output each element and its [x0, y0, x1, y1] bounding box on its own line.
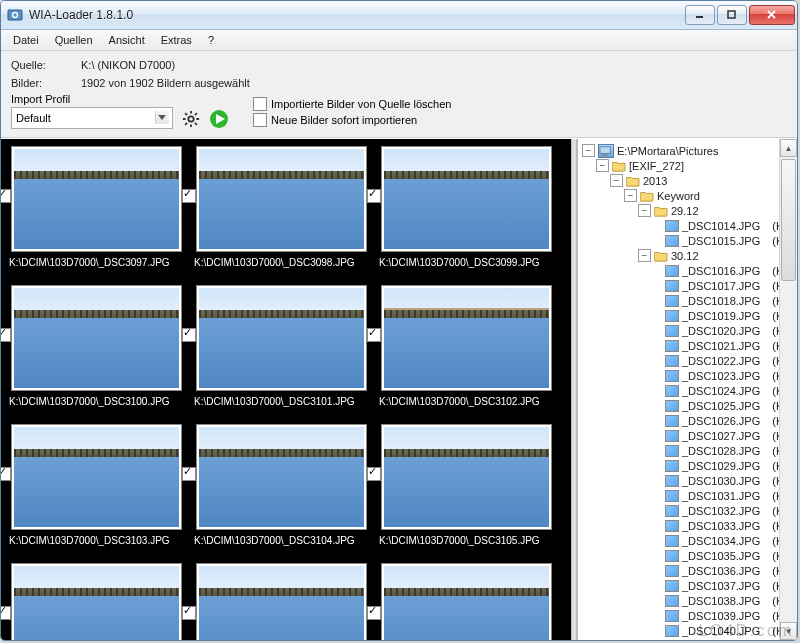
tree-file[interactable]: _DSC1015.JPG(K:: [582, 233, 797, 248]
thumbnail[interactable]: K:\DCIM\103D7000\_DSC3098.JPG: [194, 147, 369, 268]
tree-folder[interactable]: −29.12: [582, 203, 797, 218]
scroll-down-button[interactable]: ▼: [780, 622, 797, 640]
tree-file[interactable]: _DSC1020.JPG(K:: [582, 323, 797, 338]
tree-file[interactable]: _DSC1019.JPG(K:: [582, 308, 797, 323]
tree-label: _DSC1034.JPG: [682, 535, 760, 547]
thumb-checkbox[interactable]: [367, 189, 381, 203]
tree-label: _DSC1038.JPG: [682, 595, 760, 607]
thumb-checkbox[interactable]: [367, 328, 381, 342]
tree-scrollbar[interactable]: ▲ ▼: [779, 139, 797, 640]
tree-folder[interactable]: −Keyword: [582, 188, 797, 203]
svg-point-7: [188, 116, 193, 121]
thumbnail[interactable]: K:\DCIM\103D7000\_DSC3097.JPG: [9, 147, 184, 268]
tree-file[interactable]: _DSC1040.JPG(K:: [582, 623, 797, 638]
tree-file[interactable]: _DSC1026.JPG(K:: [582, 413, 797, 428]
tree-file[interactable]: _DSC1028.JPG(K:: [582, 443, 797, 458]
checkbox-import-now[interactable]: [253, 113, 267, 127]
profile-label: Import Profil: [11, 93, 173, 105]
tree-file[interactable]: _DSC1025.JPG(K:: [582, 398, 797, 413]
tree-panel: −E:\PMortara\Pictures−[EXIF_272]−2013−Ke…: [577, 139, 797, 640]
tree-file[interactable]: _DSC1018.JPG(K:: [582, 293, 797, 308]
tree-folder[interactable]: −[EXIF_272]: [582, 158, 797, 173]
thumb-checkbox[interactable]: [182, 328, 196, 342]
tree-label: _DSC1030.JPG: [682, 475, 760, 487]
collapse-icon[interactable]: −: [624, 189, 637, 202]
collapse-icon[interactable]: −: [610, 174, 623, 187]
tree-label: _DSC1024.JPG: [682, 385, 760, 397]
settings-button[interactable]: [181, 109, 201, 129]
tree-file[interactable]: _DSC1029.JPG(K:: [582, 458, 797, 473]
svg-point-2: [13, 13, 17, 17]
tree-file[interactable]: _DSC1036.JPG(K:: [582, 563, 797, 578]
tree-root[interactable]: −E:\PMortara\Pictures: [582, 143, 797, 158]
tree-file[interactable]: _DSC1024.JPG(K:: [582, 383, 797, 398]
thumbnail-panel[interactable]: K:\DCIM\103D7000\_DSC3097.JPGK:\DCIM\103…: [1, 139, 571, 640]
thumb-checkbox[interactable]: [1, 328, 11, 342]
tree-file[interactable]: _DSC1034.JPG(K:: [582, 533, 797, 548]
tree-folder[interactable]: −2013: [582, 173, 797, 188]
toolbar: Quelle: K:\ (NIKON D7000) Bilder: 1902 v…: [1, 51, 797, 138]
thumbnail[interactable]: K:\DCIM\103D7000\_DSC3105.JPG: [379, 425, 554, 546]
tree-file[interactable]: _DSC1016.JPG(K:: [582, 263, 797, 278]
scroll-thumb[interactable]: [781, 159, 796, 281]
tree-file[interactable]: _DSC1017.JPG(K:: [582, 278, 797, 293]
thumb-checkbox[interactable]: [367, 606, 381, 620]
thumbnail[interactable]: [194, 564, 369, 640]
source-value: K:\ (NIKON D7000): [81, 59, 175, 71]
collapse-icon[interactable]: −: [596, 159, 609, 172]
tree-file[interactable]: _DSC1021.JPG(K:: [582, 338, 797, 353]
thumbnail[interactable]: K:\DCIM\103D7000\_DSC3102.JPG: [379, 286, 554, 407]
thumb-checkbox[interactable]: [1, 606, 11, 620]
thumbnail[interactable]: [9, 564, 184, 640]
thumb-checkbox[interactable]: [1, 189, 11, 203]
thumbnail[interactable]: K:\DCIM\103D7000\_DSC3100.JPG: [9, 286, 184, 407]
tree-file[interactable]: _DSC1031.JPG(K:: [582, 488, 797, 503]
tree-file[interactable]: _DSC1032.JPG(K:: [582, 503, 797, 518]
tree-file[interactable]: _DSC1030.JPG(K:: [582, 473, 797, 488]
thumb-checkbox[interactable]: [1, 467, 11, 481]
tree-file[interactable]: _DSC1039.JPG(K:: [582, 608, 797, 623]
collapse-icon[interactable]: −: [638, 204, 651, 217]
maximize-button[interactable]: [717, 5, 747, 25]
tree-file[interactable]: _DSC1014.JPG(K:: [582, 218, 797, 233]
thumbnail[interactable]: K:\DCIM\103D7000\_DSC3101.JPG: [194, 286, 369, 407]
profile-combo[interactable]: Default: [11, 107, 173, 129]
tree-label: _DSC1014.JPG: [682, 220, 760, 232]
svg-rect-4: [728, 11, 735, 18]
menu-extras[interactable]: Extras: [153, 32, 200, 48]
close-button[interactable]: [749, 5, 795, 25]
tree-label: _DSC1019.JPG: [682, 310, 760, 322]
minimize-button[interactable]: [685, 5, 715, 25]
menu-file[interactable]: Datei: [5, 32, 47, 48]
source-label: Quelle:: [11, 59, 81, 71]
tree-label: 29.12: [671, 205, 699, 217]
menu-sources[interactable]: Quellen: [47, 32, 101, 48]
tree-file[interactable]: _DSC1037.JPG(K:: [582, 578, 797, 593]
thumb-checkbox[interactable]: [182, 189, 196, 203]
menu-help[interactable]: ?: [200, 32, 222, 48]
run-button[interactable]: [209, 109, 229, 129]
thumbnail[interactable]: K:\DCIM\103D7000\_DSC3104.JPG: [194, 425, 369, 546]
thumb-checkbox[interactable]: [182, 467, 196, 481]
checkbox-delete-source[interactable]: [253, 97, 267, 111]
tree-file[interactable]: _DSC1023.JPG(K:: [582, 368, 797, 383]
tree-file[interactable]: _DSC1027.JPG(K:: [582, 428, 797, 443]
thumb-checkbox[interactable]: [182, 606, 196, 620]
titlebar[interactable]: WIA-Loader 1.8.1.0: [1, 1, 797, 30]
scroll-up-button[interactable]: ▲: [780, 139, 797, 157]
thumbnail[interactable]: K:\DCIM\103D7000\_DSC3103.JPG: [9, 425, 184, 546]
thumb-caption: K:\DCIM\103D7000\_DSC3105.JPG: [379, 535, 554, 546]
tree-label: _DSC1018.JPG: [682, 295, 760, 307]
thumb-checkbox[interactable]: [367, 467, 381, 481]
thumbnail[interactable]: K:\DCIM\103D7000\_DSC3099.JPG: [379, 147, 554, 268]
thumbnail[interactable]: [379, 564, 554, 640]
tree-folder[interactable]: −30.12: [582, 248, 797, 263]
collapse-icon[interactable]: −: [638, 249, 651, 262]
tree-file[interactable]: _DSC1035.JPG(K:: [582, 548, 797, 563]
tree-file[interactable]: _DSC1022.JPG(K:: [582, 353, 797, 368]
tree-file[interactable]: _DSC1038.JPG(K:: [582, 593, 797, 608]
menu-view[interactable]: Ansicht: [101, 32, 153, 48]
tree-file[interactable]: _DSC1041.JPG(K:: [582, 638, 797, 640]
tree-file[interactable]: _DSC1033.JPG(K:: [582, 518, 797, 533]
collapse-icon[interactable]: −: [582, 144, 595, 157]
